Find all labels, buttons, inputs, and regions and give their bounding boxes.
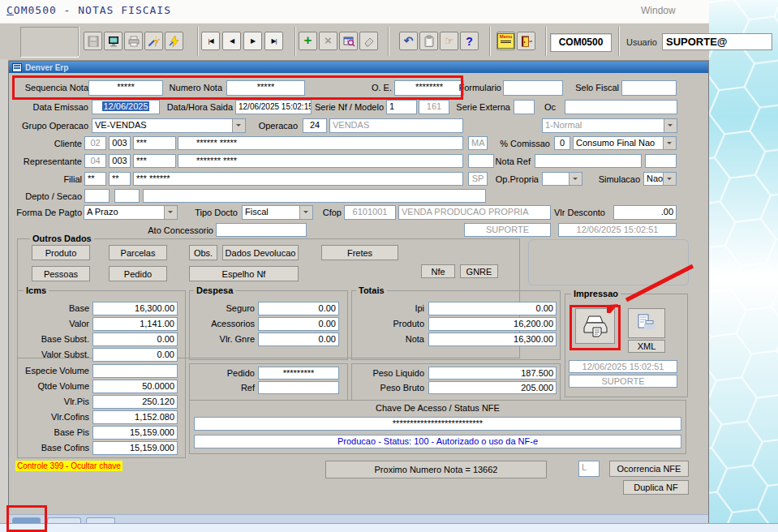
seguro-field[interactable]: 0.00: [258, 302, 339, 315]
peso-liquido-field[interactable]: 187.500: [428, 367, 557, 380]
proximo-numero-nota-box[interactable]: Proximo Numero Nota = 13662: [325, 461, 547, 478]
dados-devolucao-button[interactable]: Dados Devolucao: [222, 245, 299, 260]
cliente-nome-field[interactable]: ****** *****: [178, 136, 463, 150]
gnre-button[interactable]: GNRE: [460, 264, 498, 278]
nota-ref-field[interactable]: [535, 154, 642, 168]
icms-valor-field[interactable]: 1,141.00: [92, 317, 178, 331]
window-menu[interactable]: Window: [641, 5, 676, 16]
pedido-field[interactable]: *********: [258, 367, 339, 380]
acessorios-field[interactable]: 0.00: [258, 317, 339, 331]
op-propria-select[interactable]: [542, 172, 582, 186]
confirm-button[interactable]: ☞: [440, 32, 458, 50]
selo-fiscal-field[interactable]: [621, 80, 677, 96]
clear-form-button[interactable]: [359, 32, 378, 50]
chave-acesso-field[interactable]: **************************: [194, 417, 681, 431]
icms-base-subst-field[interactable]: 0.00: [92, 332, 178, 346]
cliente-cod3-field[interactable]: ***: [133, 136, 176, 150]
representante-cod3-field[interactable]: ***: [133, 154, 176, 168]
simulacao-select[interactable]: Nao: [643, 172, 677, 186]
espelho-nf-button[interactable]: Espelho Nf: [189, 266, 299, 281]
vlr-cofins-field[interactable]: 1,152.080: [92, 410, 178, 424]
tipo-docto-select[interactable]: Fiscal: [242, 205, 313, 220]
chevron-down-icon[interactable]: [569, 173, 582, 185]
execute-query-button[interactable]: [165, 32, 183, 50]
ato-concessorio-field[interactable]: [216, 223, 307, 237]
query-records-button[interactable]: [339, 32, 358, 50]
print-preview-button[interactable]: [104, 32, 123, 50]
depto-field-2[interactable]: [114, 189, 140, 203]
sequencia-nota-field[interactable]: *****: [88, 80, 163, 96]
ocorrencia-nfe-button[interactable]: Ocorrencia NFE: [609, 461, 689, 477]
forma-pagto-select[interactable]: A Prazo: [84, 205, 178, 220]
oc-field[interactable]: [565, 100, 677, 114]
vlr-desconto-field[interactable]: .00: [613, 205, 677, 220]
undo-button[interactable]: ↶: [399, 32, 418, 50]
ref-field[interactable]: [258, 381, 339, 394]
ipi-field[interactable]: 0.00: [428, 302, 557, 315]
delete-record-button[interactable]: ×: [319, 32, 337, 50]
usuario-field[interactable]: SUPORTE@: [662, 33, 772, 50]
vlr-gnre-field[interactable]: 0.00: [258, 332, 339, 346]
cliente-cod2-field[interactable]: 003: [109, 136, 131, 150]
print-button[interactable]: [124, 32, 143, 50]
total-produto-field[interactable]: 16,200.00: [428, 317, 557, 331]
l-field[interactable]: L: [578, 461, 600, 477]
base-pis-field[interactable]: 15,159.000: [92, 426, 178, 440]
qtde-volume-field[interactable]: 50.0000: [92, 380, 178, 393]
filial-cod2-field[interactable]: **: [109, 172, 131, 186]
total-nota-field[interactable]: 16,300.00: [428, 332, 557, 346]
produto-button[interactable]: Produto: [32, 245, 90, 260]
wizard-query-button[interactable]: ?: [144, 32, 163, 50]
exit-button[interactable]: [517, 32, 535, 50]
numero-nota-field[interactable]: *****: [226, 80, 305, 96]
menu-button[interactable]: Menu: [496, 32, 515, 50]
chevron-down-icon[interactable]: [232, 119, 245, 132]
nav-last-button[interactable]: ▶|: [264, 32, 283, 50]
icms-base-field[interactable]: 16,300.00: [92, 302, 178, 315]
serie-externa-field[interactable]: [514, 100, 535, 114]
representante-nome-field[interactable]: ******* ****: [178, 154, 463, 168]
paste-button[interactable]: [419, 32, 438, 50]
chevron-down-icon[interactable]: [663, 173, 676, 185]
base-cofins-field[interactable]: 15,159.000: [92, 441, 178, 455]
imprimir-danfe-button[interactable]: [628, 308, 665, 338]
nav-first-button[interactable]: |◀: [201, 32, 220, 50]
pedido-button[interactable]: Pedido: [109, 266, 167, 281]
nfe-button[interactable]: Nfe: [421, 264, 455, 278]
pessoas-button[interactable]: Pessoas: [32, 266, 90, 281]
chevron-down-icon[interactable]: [299, 206, 312, 219]
chevron-down-icon[interactable]: [164, 206, 177, 219]
help-button[interactable]: ?: [460, 32, 479, 50]
nav-next-button[interactable]: ▶: [243, 32, 262, 50]
fretes-button[interactable]: Fretes: [321, 245, 398, 260]
serie-nf-field[interactable]: 1: [386, 100, 417, 114]
save-button[interactable]: [84, 32, 102, 50]
peso-bruto-field[interactable]: 205.000: [428, 381, 557, 394]
duplica-nf-button[interactable]: Duplica NF: [623, 480, 689, 495]
consumo-final-select[interactable]: Consumo Final Nao: [573, 136, 677, 150]
filial-cod1-field[interactable]: **: [84, 172, 106, 186]
depto-field-1[interactable]: [84, 189, 110, 203]
parcelas-button[interactable]: Parcelas: [109, 245, 167, 260]
vlr-pis-field[interactable]: 250.120: [92, 395, 178, 409]
data-emissao-field[interactable]: 12/06/2025: [92, 100, 160, 114]
representante-cod2-field[interactable]: 003: [109, 154, 131, 168]
grupo-operacao-select[interactable]: VE-VENDAS: [92, 118, 246, 133]
especie-volume-field[interactable]: [92, 364, 178, 378]
data-hora-saida-field[interactable]: 12/06/2025 15:02:15: [235, 100, 312, 114]
nota-ref-extra-field[interactable]: [645, 154, 677, 168]
comissao-field[interactable]: 0: [554, 136, 570, 150]
icms-valor-subst-field[interactable]: 0.00: [92, 348, 178, 362]
chevron-down-icon[interactable]: [663, 137, 676, 149]
mdi-child-titlebar[interactable]: Denver Erp: [9, 62, 708, 73]
formulario-field[interactable]: [503, 80, 563, 96]
operacao-num-field[interactable]: 24: [303, 118, 327, 133]
filial-nome-field[interactable]: *** ******: [133, 172, 463, 186]
imprimir-nota-button[interactable]: [575, 308, 615, 344]
nav-previous-button[interactable]: ◀: [222, 32, 241, 50]
depto-field-3[interactable]: [143, 189, 486, 203]
xml-button[interactable]: XML: [628, 340, 665, 353]
add-record-button[interactable]: +: [299, 32, 317, 50]
obs-button[interactable]: Obs.: [189, 245, 217, 260]
numero-nota-label: Numero Nota: [169, 83, 222, 93]
